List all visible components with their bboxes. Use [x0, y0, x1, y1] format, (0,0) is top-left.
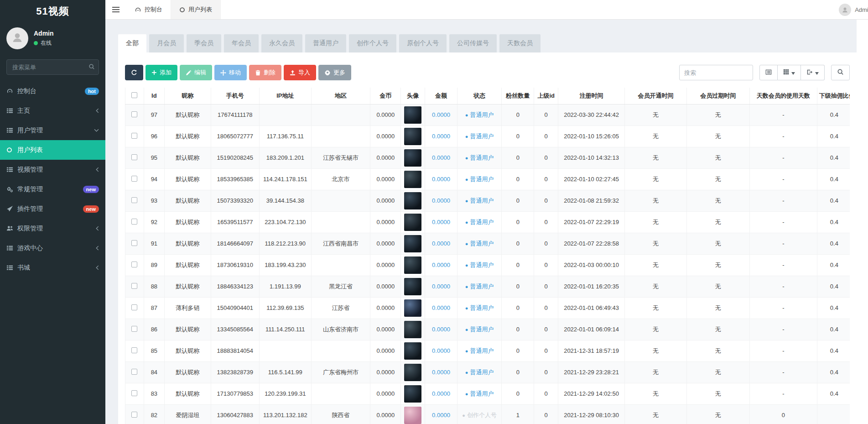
cell-gold: 0.0000: [370, 233, 401, 254]
delete-button[interactable]: 删除: [249, 65, 281, 80]
filter-tab-原创个人号[interactable]: 原创个人号: [399, 34, 447, 52]
search-button[interactable]: [831, 65, 850, 80]
cell-gold: 0.0000: [370, 383, 401, 404]
sidebar-item-书城[interactable]: 书城: [0, 258, 105, 277]
cell-id: 87: [144, 297, 165, 319]
topbar-tab-用户列表[interactable]: 用户列表: [171, 0, 221, 19]
cell-region: 北京市: [311, 168, 370, 190]
filter-tab-创作个人号[interactable]: 创作个人号: [349, 34, 396, 52]
cell-phone: 16539511577: [211, 211, 259, 233]
cell-avatar: [401, 190, 425, 211]
table-row: 97默认昵称176741111780.00000.0000●普通用户002022…: [125, 104, 850, 126]
row-checkbox[interactable]: [131, 240, 137, 246]
refresh-button[interactable]: [125, 65, 143, 80]
cell-amount: 0.0000: [425, 276, 457, 297]
amount-link[interactable]: 0.0000: [432, 390, 450, 397]
row-checkbox[interactable]: [131, 111, 137, 117]
amount-link[interactable]: 0.0000: [432, 197, 450, 204]
amount-link[interactable]: 0.0000: [432, 154, 450, 161]
import-button[interactable]: 导入: [284, 65, 316, 80]
amount-link[interactable]: 0.0000: [432, 412, 450, 419]
filter-tab-公司传媒号[interactable]: 公司传媒号: [449, 34, 497, 52]
cell-fans: 0: [502, 383, 534, 404]
search-icon[interactable]: [88, 63, 95, 72]
cell-gold: 0.0000: [370, 211, 401, 233]
columns-button[interactable]: [778, 65, 801, 80]
cell-commission: 0.4: [817, 104, 850, 126]
filter-tab-年会员[interactable]: 年会员: [224, 34, 259, 52]
sidebar-item-用户管理[interactable]: 用户管理: [0, 120, 105, 140]
chevron-left-icon: [96, 246, 99, 251]
sidebar-item-插件管理[interactable]: 插件管理new: [0, 199, 105, 219]
amount-link[interactable]: 0.0000: [432, 111, 450, 118]
row-checkbox[interactable]: [131, 347, 137, 353]
filter-tab-全部[interactable]: 全部: [118, 34, 146, 52]
sidebar-item-常规管理[interactable]: 常规管理new: [0, 179, 105, 199]
export-button[interactable]: [801, 65, 825, 80]
row-checkbox[interactable]: [131, 283, 137, 289]
add-button[interactable]: 添加: [146, 65, 177, 80]
sidebar-item-视频管理[interactable]: 视频管理: [0, 160, 105, 179]
topbar-tab-控制台[interactable]: 控制台: [126, 0, 171, 19]
cell-amount: 0.0000: [425, 233, 457, 254]
list-view-button[interactable]: [759, 65, 778, 80]
amount-link[interactable]: 0.0000: [432, 176, 450, 183]
filter-tab-季会员[interactable]: 季会员: [187, 34, 221, 52]
amount-link[interactable]: 0.0000: [432, 326, 450, 333]
amount-link[interactable]: 0.0000: [432, 240, 450, 247]
topbar: 控制台用户列表 Admin: [105, 0, 868, 20]
row-checkbox[interactable]: [131, 154, 137, 160]
sidebar-item-权限管理[interactable]: 权限管理: [0, 219, 105, 238]
row-checkbox[interactable]: [131, 369, 137, 375]
row-checkbox[interactable]: [131, 412, 137, 418]
status-dot-icon: ●: [465, 327, 468, 332]
user-avatar-image: [404, 192, 421, 209]
more-button[interactable]: 更多: [318, 65, 351, 80]
filter-tab-月会员[interactable]: 月会员: [149, 34, 184, 52]
table-search-input[interactable]: [679, 65, 753, 80]
row-checkbox[interactable]: [131, 219, 137, 225]
move-button[interactable]: 移动: [214, 65, 247, 80]
cell-parent-id: 0: [534, 126, 558, 147]
cell-vip-end: 无: [686, 383, 749, 404]
row-select-cell: [125, 126, 144, 147]
amount-link[interactable]: 0.0000: [432, 369, 450, 376]
trash-icon: [255, 70, 261, 76]
menu-toggle-icon[interactable]: [105, 0, 126, 19]
sidebar-item-label: 游戏中心: [17, 244, 96, 252]
sidebar-search-input[interactable]: [6, 59, 99, 75]
amount-link[interactable]: 0.0000: [432, 347, 450, 354]
amount-link[interactable]: 0.0000: [432, 262, 450, 268]
row-checkbox[interactable]: [131, 326, 137, 332]
cell-phone: 13345085564: [211, 319, 259, 340]
amount-link[interactable]: 0.0000: [432, 219, 450, 225]
right-scroll-strip[interactable]: [857, 20, 868, 424]
amount-link[interactable]: 0.0000: [432, 304, 450, 311]
column-header-parent_id: 上级id: [534, 88, 558, 104]
filter-tab-普通用户[interactable]: 普通用户: [305, 34, 346, 52]
row-checkbox[interactable]: [131, 133, 137, 139]
sidebar-item-控制台[interactable]: 控制台hot: [0, 81, 105, 101]
sidebar-item-label: 书城: [17, 264, 96, 272]
filter-tab-天数会员[interactable]: 天数会员: [499, 34, 541, 52]
select-all-checkbox[interactable]: [131, 92, 137, 98]
amount-link[interactable]: 0.0000: [432, 133, 450, 140]
row-checkbox[interactable]: [131, 197, 137, 203]
sidebar-item-label: 权限管理: [17, 225, 96, 233]
filter-tab-永久会员[interactable]: 永久会员: [261, 34, 302, 52]
sidebar-item-用户列表[interactable]: 用户列表: [0, 140, 105, 160]
amount-link[interactable]: 0.0000: [432, 283, 450, 290]
topbar-user[interactable]: Admin: [839, 0, 868, 20]
cell-id: 82: [144, 404, 165, 424]
sidebar-item-游戏中心[interactable]: 游戏中心: [0, 238, 105, 258]
row-checkbox[interactable]: [131, 262, 137, 267]
cell-reg-time: 2021-12-29 08:10:30: [558, 404, 625, 424]
sidebar-item-主页[interactable]: 主页: [0, 101, 105, 120]
user-avatar-image: [404, 299, 421, 317]
row-checkbox[interactable]: [131, 390, 137, 396]
cell-commission: 0.4: [817, 168, 850, 190]
row-checkbox[interactable]: [131, 304, 137, 310]
edit-button[interactable]: 编辑: [180, 65, 212, 80]
status-badge: ●普通用户: [465, 197, 494, 204]
row-checkbox[interactable]: [131, 176, 137, 182]
